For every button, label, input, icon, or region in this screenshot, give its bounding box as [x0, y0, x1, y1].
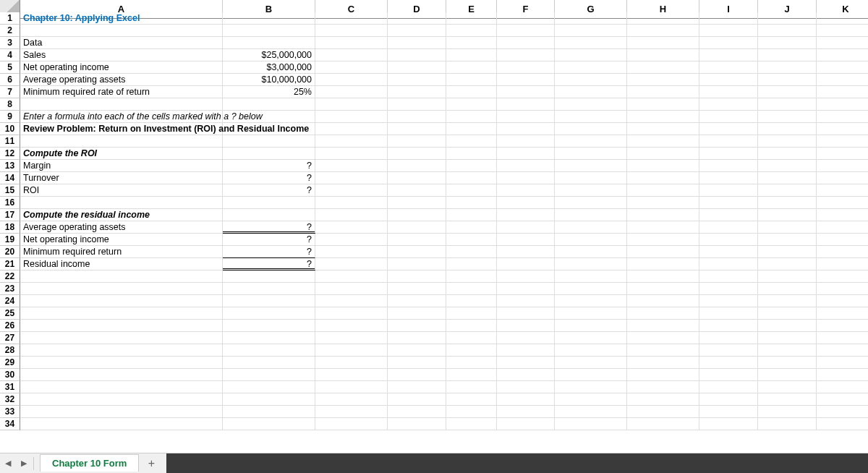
cell-K12[interactable]	[817, 148, 868, 160]
cell-B23[interactable]	[223, 283, 315, 295]
row-header-2[interactable]: 2	[0, 25, 20, 37]
cell-C32[interactable]	[315, 393, 388, 406]
cell-K23[interactable]	[817, 283, 868, 295]
cell-I10[interactable]	[699, 123, 758, 135]
cell-B14[interactable]: ?	[223, 172, 315, 184]
cell-D18[interactable]	[388, 221, 446, 234]
cell-J20[interactable]	[758, 246, 817, 258]
cell-D25[interactable]	[388, 307, 446, 320]
cell-G11[interactable]	[555, 135, 627, 148]
cell-I31[interactable]	[699, 381, 758, 393]
row-header-15[interactable]: 15	[0, 184, 20, 197]
row-header-4[interactable]: 4	[0, 49, 20, 61]
cell-I17[interactable]	[699, 209, 758, 221]
cell-I13[interactable]	[699, 160, 758, 172]
cell-J4[interactable]	[758, 49, 817, 61]
row-header-12[interactable]: 12	[0, 148, 20, 160]
cell-B1[interactable]	[223, 12, 315, 25]
cell-A25[interactable]	[20, 307, 223, 320]
cell-C4[interactable]	[315, 49, 388, 61]
cell-A21[interactable]: Residual income	[20, 258, 223, 270]
cell-F4[interactable]	[497, 49, 555, 61]
cell-E6[interactable]	[446, 74, 497, 86]
cell-B22[interactable]	[223, 270, 315, 283]
row-header-28[interactable]: 28	[0, 344, 20, 357]
row-header-24[interactable]: 24	[0, 295, 20, 307]
cell-C2[interactable]	[315, 25, 388, 37]
cell-G27[interactable]	[555, 332, 627, 344]
cell-I22[interactable]	[699, 270, 758, 283]
cell-J18[interactable]	[758, 221, 817, 234]
cell-E26[interactable]	[446, 320, 497, 332]
cell-J9[interactable]	[758, 111, 817, 123]
cell-E19[interactable]	[446, 234, 497, 246]
cell-D14[interactable]	[388, 172, 446, 184]
cell-J1[interactable]	[758, 12, 817, 25]
cell-A26[interactable]	[20, 320, 223, 332]
cell-F10[interactable]	[497, 123, 555, 135]
cell-J8[interactable]	[758, 98, 817, 111]
cell-K27[interactable]	[817, 332, 868, 344]
cell-C15[interactable]	[315, 184, 388, 197]
cell-C3[interactable]	[315, 37, 388, 49]
cell-A30[interactable]	[20, 369, 223, 381]
cell-D9[interactable]	[388, 111, 446, 123]
cell-E14[interactable]	[446, 172, 497, 184]
cell-A31[interactable]	[20, 381, 223, 393]
cell-F17[interactable]	[497, 209, 555, 221]
cell-D19[interactable]	[388, 234, 446, 246]
cell-J34[interactable]	[758, 418, 817, 430]
cell-H10[interactable]	[627, 123, 699, 135]
spreadsheet-grid[interactable]: ABCDEFGHIJKL1Chapter 10: Applying Excel2…	[0, 0, 868, 430]
cell-A34[interactable]	[20, 418, 223, 430]
cell-F2[interactable]	[497, 25, 555, 37]
cell-J30[interactable]	[758, 369, 817, 381]
cell-I6[interactable]	[699, 74, 758, 86]
cell-J7[interactable]	[758, 86, 817, 98]
cell-H2[interactable]	[627, 25, 699, 37]
cell-F21[interactable]	[497, 258, 555, 270]
cell-I7[interactable]	[699, 86, 758, 98]
cell-H31[interactable]	[627, 381, 699, 393]
cell-D27[interactable]	[388, 332, 446, 344]
cell-A4[interactable]: Sales	[20, 49, 223, 61]
cell-B16[interactable]	[223, 197, 315, 209]
row-header-5[interactable]: 5	[0, 61, 20, 74]
cell-E25[interactable]	[446, 307, 497, 320]
cell-H7[interactable]	[627, 86, 699, 98]
cell-F28[interactable]	[497, 344, 555, 357]
cell-H4[interactable]	[627, 49, 699, 61]
cell-A12[interactable]: Compute the ROI	[20, 148, 223, 160]
cell-C14[interactable]	[315, 172, 388, 184]
row-header-8[interactable]: 8	[0, 98, 20, 111]
cell-I11[interactable]	[699, 135, 758, 148]
cell-B19[interactable]: ?	[223, 234, 315, 246]
cell-K21[interactable]	[817, 258, 868, 270]
cell-G33[interactable]	[555, 406, 627, 418]
row-header-29[interactable]: 29	[0, 357, 20, 369]
row-header-1[interactable]: 1	[0, 12, 20, 25]
cell-B28[interactable]	[223, 344, 315, 357]
cell-A24[interactable]	[20, 295, 223, 307]
cell-D8[interactable]	[388, 98, 446, 111]
cell-F30[interactable]	[497, 369, 555, 381]
cell-K6[interactable]	[817, 74, 868, 86]
cell-D29[interactable]	[388, 357, 446, 369]
cell-H6[interactable]	[627, 74, 699, 86]
cell-C25[interactable]	[315, 307, 388, 320]
cell-I19[interactable]	[699, 234, 758, 246]
row-header-32[interactable]: 32	[0, 393, 20, 406]
cell-K33[interactable]	[817, 406, 868, 418]
cell-B32[interactable]	[223, 393, 315, 406]
cell-D13[interactable]	[388, 160, 446, 172]
cell-C29[interactable]	[315, 357, 388, 369]
row-header-31[interactable]: 31	[0, 381, 20, 393]
cell-C10[interactable]	[315, 123, 388, 135]
cell-K16[interactable]	[817, 197, 868, 209]
row-header-14[interactable]: 14	[0, 172, 20, 184]
cell-K7[interactable]	[817, 86, 868, 98]
cell-J5[interactable]	[758, 61, 817, 74]
cell-E13[interactable]	[446, 160, 497, 172]
cell-H3[interactable]	[627, 37, 699, 49]
cell-F19[interactable]	[497, 234, 555, 246]
